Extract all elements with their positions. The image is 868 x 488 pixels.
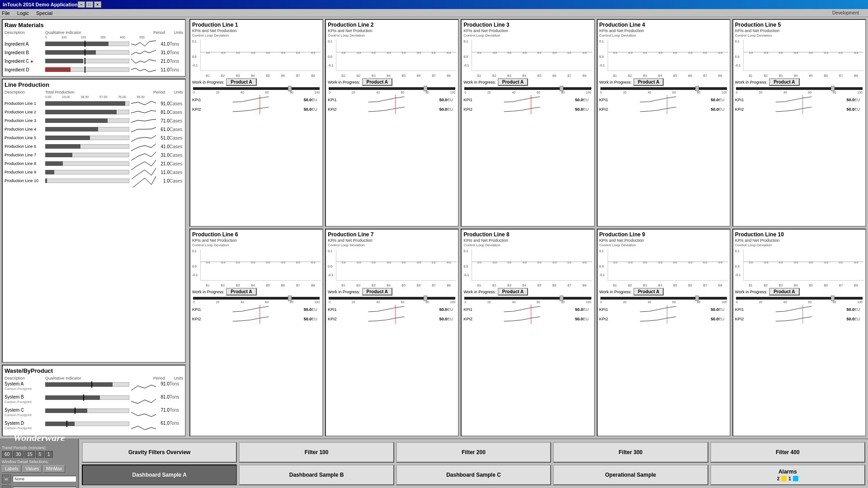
nav-btn-3[interactable]: Filter 300	[553, 442, 708, 463]
nav-btn-6[interactable]: Dashboard Sample B	[239, 465, 394, 485]
production-line-5-box: Production Line 5 KPIs and Net Productio…	[732, 19, 866, 227]
kpi2-row-3: KPI2 50.0 EU	[463, 105, 592, 114]
trend-5-button[interactable]: 5	[36, 451, 44, 458]
prod-slider-2[interactable]	[329, 87, 455, 90]
line-prod-row-5: Production Line 5 51.0 Cases	[5, 134, 183, 142]
detail-buttons[interactable]: Labels Values MinMax	[2, 465, 76, 473]
nav-btn-4[interactable]: Filter 400	[710, 442, 865, 463]
ingredient-b-row: Ingredient B 31.0 Tons	[5, 48, 183, 56]
line-prod-row-1: Production Line 1 91.0 Cases	[5, 99, 183, 108]
trend-period-label: Trend Periods (minutes):	[2, 446, 76, 450]
values-button[interactable]: Values	[22, 465, 42, 473]
line-prod-row-9: Production Line 9 11.0 Cases	[5, 168, 183, 176]
window-detail-label: Window Detail Selections:	[2, 460, 76, 464]
prod-line-8-title: Production Line 8	[463, 231, 592, 238]
prod-slider-3[interactable]	[464, 87, 591, 90]
menu-file[interactable]: File	[2, 10, 10, 16]
ww-bottom-area: W None ? 01/01/2014 08:39 PM	[2, 474, 76, 488]
wip-btn-4[interactable]: Product A	[633, 78, 664, 86]
nav-btn-2[interactable]: Filter 200	[396, 442, 551, 463]
kpi1-row-7: KPI1 50.0 EU	[328, 305, 456, 314]
trend-60-button[interactable]: 60	[2, 451, 12, 458]
kpi1-row-1: KPI1 50.0 EU	[192, 95, 321, 104]
nav-btn-8[interactable]: Operational Sample	[553, 465, 708, 485]
kpi1-row-10: KPI1 50.0 EU	[735, 305, 863, 314]
menu-logic[interactable]: Logic	[17, 10, 29, 16]
line-prod-row-10: Production Line 10 1.0 Cases	[5, 177, 183, 185]
trend-15-button[interactable]: 15	[24, 451, 35, 458]
production-line-6-box: Production Line 6 KPIs and Net Productio…	[189, 229, 323, 436]
production-line-8-box: Production Line 8 KPIs and Net Productio…	[461, 229, 594, 436]
prod-slider-5[interactable]	[736, 87, 863, 90]
ww-icon1: W	[2, 474, 11, 483]
minimize-button[interactable]: −	[78, 1, 85, 8]
prod-line-6-title: Production Line 6	[192, 231, 321, 238]
kpi2-row-10: KPI2 50.0 EU	[735, 314, 863, 324]
maximize-button[interactable]: □	[86, 1, 93, 8]
prod-slider-10[interactable]	[736, 297, 863, 300]
production-line-2-box: Production Line 2 KPIs and Net Productio…	[325, 19, 459, 227]
production-line-4-box: Production Line 4 KPIs and Net Productio…	[597, 19, 731, 227]
prod-chart-10: 0.1 0.0 -0.1 0.0-0.00.0-0.00.0-0.00.0-0.…	[735, 249, 863, 287]
trend-1-button[interactable]: 1	[45, 451, 53, 458]
nav-btn-7[interactable]: Dashboard Sample C	[396, 465, 551, 485]
raw-materials-panel: Raw Materials Description Qualitative In…	[2, 19, 186, 77]
prod-slider-6[interactable]	[193, 297, 320, 300]
ingredient-d-row: Ingredient D 11.0 Tons	[5, 66, 183, 74]
prod-line-7-title: Production Line 7	[328, 231, 456, 238]
prod-chart-4: 0.1 0.0 -0.1 0.0-0.00.0-0.00.0-0.00.0-0.…	[599, 39, 728, 77]
prod-slider-7[interactable]	[329, 297, 455, 300]
labels-button[interactable]: Labels	[2, 465, 21, 473]
prod-line-3-title: Production Line 3	[463, 22, 592, 28]
kpi1-row-6: KPI1 50.0 EU	[192, 305, 321, 314]
nav-btn-0[interactable]: Gravity Filters Overview	[82, 442, 237, 463]
line-prod-row-2: Production Line 2 81.0 Cases	[5, 108, 183, 116]
kpi1-row-2: KPI1 50.0 EU	[328, 95, 456, 104]
waste-panel: Waste/ByProduct Description Qualitative …	[2, 365, 186, 436]
wip-btn-1[interactable]: Product A	[226, 78, 256, 86]
wip-btn-5[interactable]: Product A	[769, 78, 799, 86]
trend-controls: Trend Periods (minutes): 60 30 15 5 1 Wi…	[2, 446, 76, 473]
prod-chart-5: 0.1 0.0 -0.1 0.0-0.00.0-0.00.0-0.00.0-0.…	[735, 39, 863, 77]
kpi2-row-9: KPI2 50.0 EU	[599, 314, 728, 324]
ww-icon2: ?	[2, 485, 11, 488]
prod-line-9-title: Production Line 9	[599, 231, 728, 238]
nav-btn-1[interactable]: Filter 100	[239, 442, 394, 463]
line-production-title: Line Production	[5, 81, 183, 88]
line-production-panel: Line Production Description Total Produc…	[2, 79, 186, 363]
close-button[interactable]: ×	[94, 1, 101, 8]
prod-slider-8[interactable]	[464, 297, 591, 300]
wip-btn-2[interactable]: Product A	[362, 78, 392, 86]
wip-btn-10[interactable]: Product A	[769, 288, 799, 296]
line-prod-row-3: Production Line 3 71.0 Cases	[5, 117, 183, 125]
kpi1-row-8: KPI1 50.0 EU	[463, 305, 592, 314]
minmax-button[interactable]: MinMax	[43, 465, 65, 473]
kpi2-row-2: KPI2 50.0 EU	[328, 105, 456, 114]
menu-special[interactable]: Special	[36, 10, 52, 16]
prod-slider-9[interactable]	[600, 297, 727, 300]
nav-btn-5[interactable]: Dashboard Sample A	[82, 465, 237, 485]
kpi2-row-7: KPI2 50.0 EU	[328, 314, 456, 324]
line-prod-row-4: Production Line 4 61.0 Cases	[5, 125, 183, 133]
prod-line-4-title: Production Line 4	[599, 22, 728, 28]
wip-btn-6[interactable]: Product A	[226, 288, 256, 296]
line-prod-row-6: Production Line 6 41.0 Cases	[5, 142, 183, 150]
ingredient-c-row: Ingredient C ● 21.0 Tons	[5, 57, 183, 65]
line-production-scale: 0.0019.0038.0057.0076.0095.00	[45, 95, 145, 99]
wip-btn-9[interactable]: Product A	[633, 288, 664, 296]
prod-line-2-title: Production Line 2	[328, 22, 456, 28]
trend-30-button[interactable]: 30	[13, 451, 24, 458]
kpi2-row-5: KPI2 50.0 EU	[735, 105, 863, 114]
window-controls[interactable]: − □ ×	[78, 1, 101, 8]
prod-slider-1[interactable]	[193, 87, 320, 90]
trend-buttons[interactable]: 60 30 15 5 1	[2, 451, 76, 458]
raw-materials-scale: 0100200300400500	[45, 36, 145, 39]
prod-slider-4[interactable]	[600, 87, 727, 90]
kpi2-row-1: KPI2 50.0 EU	[192, 105, 321, 114]
wip-btn-8[interactable]: Product A	[498, 288, 528, 296]
wip-btn-3[interactable]: Product A	[498, 78, 528, 86]
prod-chart-3: 0.1 0.0 -0.1 0.0-0.00.0-0.00.0-0.00.0-0.…	[463, 39, 592, 77]
nav-btn-9[interactable]: Alarms 2 1	[710, 465, 865, 485]
wonderware-text: Wonderware	[13, 432, 65, 444]
wip-btn-7[interactable]: Product A	[362, 288, 392, 296]
